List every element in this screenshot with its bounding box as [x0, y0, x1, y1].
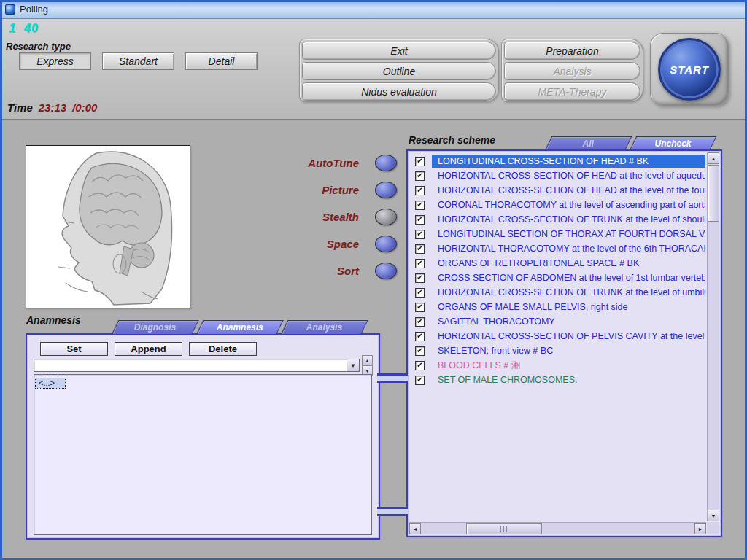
toggle-row-stealth: Stealth — [241, 203, 397, 230]
research-item-checkbox[interactable]: ✔ — [415, 244, 425, 254]
horizontal-scroll-thumb[interactable] — [466, 523, 542, 534]
combobox-value — [34, 359, 347, 371]
research-item-row[interactable]: ✔HORIZONTAL THORACOTOMY at the level of … — [411, 241, 705, 256]
tab-diagnosis[interactable]: Diagnosis — [112, 320, 198, 334]
research-item-row[interactable]: ✔SAGITTAL THORACOTOMY — [411, 314, 705, 329]
scroll-right-icon[interactable]: ► — [694, 523, 706, 534]
app-icon — [5, 4, 15, 15]
mode-button-meta-therapy[interactable]: META-Therapy — [504, 82, 640, 101]
action-button-set[interactable]: Set — [40, 342, 108, 356]
mode-button-analysis[interactable]: Analysis — [504, 62, 640, 80]
list-item[interactable]: <...> — [35, 378, 66, 389]
scroll-left-icon[interactable]: ◄ — [409, 523, 421, 534]
toggle-list: AutoTunePictureStealthSpaceSort — [241, 149, 397, 284]
research-item-row[interactable]: ✔SET OF MALE CHROMOSOMES. — [411, 373, 705, 387]
progress-counter: 1 40 — [9, 22, 39, 35]
panel-connector-top — [377, 373, 408, 383]
stealth-toggle-button[interactable] — [375, 209, 397, 225]
horizontal-scrollbar[interactable]: ◄ ► — [409, 522, 706, 534]
research-item-row[interactable]: ✔HORIZONTAL CROSS-SECTION OF TRUNK at th… — [411, 285, 705, 300]
nav-button-nidus-evaluation[interactable]: Nidus evaluation — [302, 82, 496, 101]
research-item-checkbox[interactable]: ✔ — [415, 201, 425, 210]
mode-button-preparation[interactable]: Preparation — [504, 42, 640, 60]
research-item-row[interactable]: ✔BLOOD CELLS # 湘 — [411, 358, 705, 373]
type-button-detail[interactable]: Detail — [185, 52, 258, 70]
scrollbar-corner — [707, 522, 719, 534]
sort-toggle-button[interactable] — [375, 262, 397, 279]
research-item-checkbox[interactable]: ✔ — [415, 259, 425, 268]
research-item-checkbox[interactable]: ✔ — [415, 186, 425, 195]
research-item-checkbox[interactable]: ✔ — [415, 288, 425, 298]
research-item-row[interactable]: ✔LONGITUDINAL SECTION OF THORAX AT FOURT… — [411, 227, 705, 241]
research-item-checkbox[interactable]: ✔ — [415, 230, 425, 239]
nav-button-outline[interactable]: Outline — [302, 62, 496, 80]
research-item-row[interactable]: ✔ORGANS OF RETROPERITONEAL SPACE # BK — [411, 256, 705, 271]
nav-button-exit[interactable]: Exit — [302, 42, 496, 60]
tab-analysis[interactable]: Analysis — [281, 320, 368, 334]
type-button-standart[interactable]: Standart — [102, 52, 174, 70]
mode-button-group: PreparationAnalysisMETA-Therapy — [501, 39, 643, 102]
anamnesis-list: <...> — [34, 374, 372, 535]
window-title: Polling — [20, 4, 48, 15]
research-item-checkbox[interactable]: ✔ — [415, 332, 425, 341]
head-section-svg — [26, 146, 190, 308]
research-item-checkbox[interactable]: ✔ — [415, 171, 425, 181]
tab-label-uncheck: Uncheck — [655, 139, 692, 149]
research-tabs: AllUncheck — [549, 136, 713, 149]
toggle-label-space: Space — [327, 238, 359, 250]
research-item-checkbox[interactable]: ✔ — [415, 215, 425, 225]
research-item-label: HORIZONTAL CROSS-SECTION OF PELVIS CAVIT… — [432, 330, 705, 343]
combobox-dropdown-icon[interactable]: ▼ — [347, 359, 359, 371]
anamnesis-tabs: DiagnosisAnamnesisAnalysis — [115, 320, 365, 334]
research-item-checkbox[interactable]: ✔ — [415, 157, 425, 166]
vertical-scrollbar[interactable]: ▲ ▼ — [707, 152, 719, 521]
picture-toggle-button[interactable] — [375, 182, 397, 198]
space-toggle-button[interactable] — [375, 236, 397, 252]
time-label: Time — [7, 101, 33, 114]
action-button-delete[interactable]: Delete — [189, 342, 257, 356]
research-item-label: HORIZONTAL CROSS-SECTION OF HEAD at the … — [432, 169, 705, 182]
research-item-checkbox[interactable]: ✔ — [415, 346, 425, 356]
research-item-row[interactable]: ✔SKELETON; front view # BC — [411, 343, 705, 358]
research-item-checkbox[interactable]: ✔ — [415, 361, 425, 370]
start-button[interactable]: START — [658, 38, 721, 101]
scroll-down-icon[interactable]: ▼ — [708, 510, 719, 521]
autotune-toggle-button[interactable] — [375, 155, 397, 171]
research-item-row[interactable]: ✔CORONAL THORACOTOMY at the level of asc… — [411, 198, 705, 212]
toggle-label-stealth: Stealth — [322, 211, 359, 223]
research-item-checkbox[interactable]: ✔ — [415, 273, 425, 283]
toggle-row-sort: Sort — [241, 257, 397, 284]
tab-label-analysis: Analysis — [306, 322, 342, 332]
research-item-label: ORGANS OF RETROPERITONEAL SPACE # BK — [432, 257, 705, 270]
research-item-row[interactable]: ✔HORIZONTAL CROSS-SECTION OF TRUNK at th… — [411, 212, 705, 227]
anamnesis-spinner: ▲ ▼ — [362, 355, 373, 376]
anamnesis-combobox[interactable]: ▼ — [34, 359, 360, 372]
scroll-up-icon[interactable]: ▲ — [708, 152, 719, 164]
spinner-up-icon[interactable]: ▲ — [362, 355, 373, 365]
research-item-row[interactable]: ✔ORGANS OF MALE SMALL PELVIS, right side — [411, 300, 705, 314]
toggle-row-autotune: AutoTune — [241, 149, 397, 176]
toggle-label-autotune: AutoTune — [308, 157, 359, 169]
research-item-label: HORIZONTAL CROSS-SECTION OF TRUNK at the… — [432, 213, 705, 226]
research-item-row[interactable]: ✔HORIZONTAL CROSS-SECTION OF HEAD at the… — [411, 183, 705, 198]
research-type-buttons: ExpressStandartDetail — [19, 52, 258, 70]
research-item-checkbox[interactable]: ✔ — [415, 303, 425, 312]
tab-all[interactable]: All — [546, 136, 632, 149]
toggle-label-sort: Sort — [337, 265, 359, 277]
research-item-row[interactable]: ✔LONGITUDINAL CROSS-SECTION OF HEAD # BK — [411, 154, 705, 168]
tab-uncheck[interactable]: Uncheck — [630, 136, 717, 149]
tab-anamnesis[interactable]: Anamnesis — [196, 320, 283, 334]
research-item-label: CROSS SECTION OF ABDOMEN at the level of… — [432, 271, 705, 284]
research-item-checkbox[interactable]: ✔ — [415, 376, 425, 385]
anamnesis-section-label: Anamnesis — [26, 314, 81, 326]
research-item-row[interactable]: ✔HORIZONTAL CROSS-SECTION OF PELVIS CAVI… — [411, 329, 705, 343]
research-list: ✔LONGITUDINAL CROSS-SECTION OF HEAD # BK… — [411, 154, 705, 520]
action-button-append[interactable]: Append — [115, 342, 182, 356]
vertical-scroll-thumb[interactable] — [708, 165, 719, 222]
research-scheme-title: Research scheme — [409, 134, 495, 146]
research-item-row[interactable]: ✔CROSS SECTION OF ABDOMEN at the level o… — [411, 271, 705, 285]
research-item-checkbox[interactable]: ✔ — [415, 317, 425, 327]
research-type-label: Research type — [6, 41, 71, 52]
type-button-express[interactable]: Express — [19, 52, 91, 70]
research-item-row[interactable]: ✔HORIZONTAL CROSS-SECTION OF HEAD at the… — [411, 168, 705, 183]
